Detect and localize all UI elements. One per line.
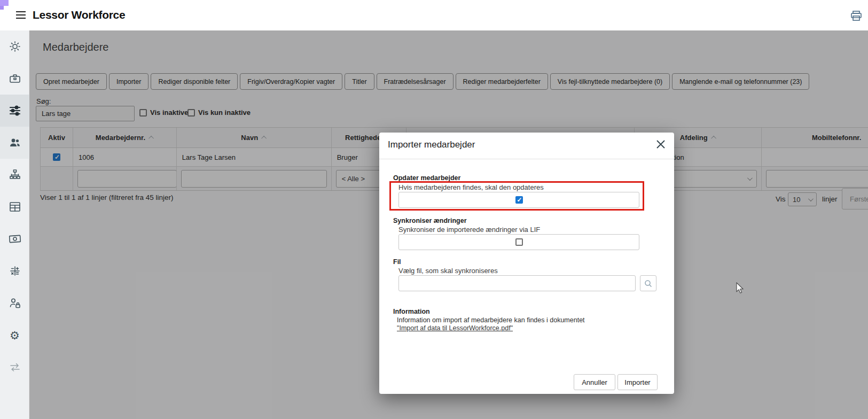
sync-changes-field xyxy=(398,234,639,250)
calculator-icon xyxy=(9,265,21,277)
briefcase-icon xyxy=(9,72,21,85)
cancel-button[interactable]: Annuller xyxy=(574,374,615,390)
print-icon[interactable] xyxy=(850,10,863,22)
people-icon xyxy=(9,136,21,149)
sidebar-item-calculations[interactable] xyxy=(0,255,29,287)
update-employee-label: Hvis medarbejderen findes, skal den opda… xyxy=(398,183,544,191)
sliders-icon xyxy=(9,104,21,117)
banknote-icon xyxy=(9,232,21,245)
sidebar-item-settings[interactable]: ⚙ xyxy=(0,319,29,351)
information-text: Information om import af medarbejdere ka… xyxy=(397,316,585,324)
app-header: Lessor Workforce xyxy=(0,0,868,30)
close-icon[interactable] xyxy=(655,138,667,150)
table-icon xyxy=(9,200,21,213)
app-window: Lessor Workforce xyxy=(0,0,868,419)
person-lock-icon xyxy=(9,297,21,309)
gear-icon: ⚙ xyxy=(10,330,20,341)
sync-changes-label: Synkroniser de importerede ændringer via… xyxy=(398,226,540,234)
update-employee-checkbox[interactable] xyxy=(515,196,523,204)
purple-decor-square xyxy=(0,0,9,6)
org-chart-icon xyxy=(9,168,21,181)
sidebar-item-organisation[interactable] xyxy=(0,159,29,191)
app-logo: Lessor Workforce xyxy=(33,9,125,21)
file-label: Vælg fil, som skal synkroniseres xyxy=(398,267,498,275)
sidebar-item-settings-sliders[interactable] xyxy=(0,95,29,127)
sync-changes-checkbox[interactable] xyxy=(515,238,523,246)
sidebar-item-transfers[interactable] xyxy=(0,351,29,383)
file-input[interactable] xyxy=(398,275,636,291)
sync-changes-heading: Synkroniser ændringer xyxy=(393,217,467,224)
swap-arrows-icon xyxy=(9,361,21,374)
update-employee-field xyxy=(398,192,639,208)
sun-icon xyxy=(9,40,21,53)
import-submit-button[interactable]: Importer xyxy=(617,374,658,390)
sidebar-item-jobs[interactable] xyxy=(0,63,29,95)
file-heading: Fil xyxy=(393,258,401,266)
information-heading: Information xyxy=(393,308,430,315)
file-browse-button[interactable] xyxy=(640,275,656,291)
import-doc-link[interactable]: "Import af data til LessorWorkforce.pdf" xyxy=(397,324,513,332)
sidebar-item-access[interactable] xyxy=(0,287,29,319)
update-employee-heading: Opdater medarbejder xyxy=(393,174,460,182)
modal-divider xyxy=(379,159,674,159)
sidebar-item-tables[interactable] xyxy=(0,191,29,223)
sidebar-item-payroll[interactable] xyxy=(0,223,29,255)
sidebar: ⚙ xyxy=(0,30,29,419)
sidebar-item-dayplan[interactable] xyxy=(0,30,29,63)
purple-decor-square-small xyxy=(0,6,4,10)
import-employee-modal: Importer medarbejder Opdater medarbejder… xyxy=(379,133,674,394)
search-icon xyxy=(644,280,652,288)
modal-title: Importer medarbejder xyxy=(388,139,475,150)
sidebar-item-employees[interactable] xyxy=(0,127,29,159)
menu-icon[interactable] xyxy=(16,11,26,19)
